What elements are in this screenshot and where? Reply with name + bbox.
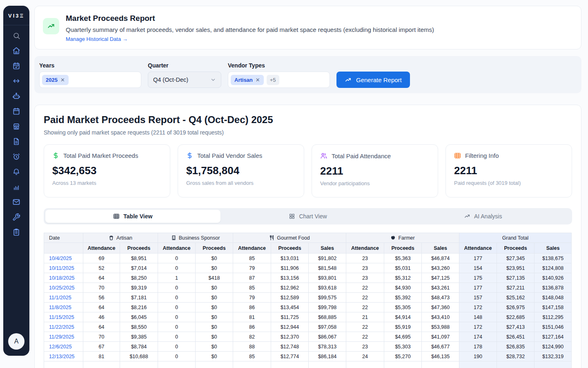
date-link[interactable]: 11/1/2025	[44, 293, 83, 303]
stat-sublabel: Gross sales from all vendors	[186, 180, 296, 186]
sidebar-item-analytics[interactable]	[11, 182, 21, 192]
group-header-business-sponsor: Business Sponsor	[158, 233, 233, 243]
table-cell: $8,784	[120, 342, 158, 352]
sidebar-item-market[interactable]	[11, 121, 21, 131]
stat-card-proceeds: Total Paid Market Proceeds $342,653 Acro…	[44, 144, 170, 197]
table-cell: $124,808	[535, 263, 572, 273]
sidebar-item-schedule[interactable]	[11, 61, 21, 71]
table-cell: $93,801	[309, 273, 346, 283]
date-link[interactable]: 11/22/2025	[44, 322, 83, 332]
generate-report-button[interactable]: Generate Report	[336, 72, 410, 88]
sidebar-item-requests[interactable]	[11, 227, 21, 237]
table-cell: $8,550	[120, 322, 158, 332]
table-cell: $13,156	[271, 273, 309, 283]
stat-card-filtering-info: Filtering Info 2211 Paid requests (of 30…	[445, 144, 572, 197]
table-cell: $12,748	[271, 342, 309, 352]
table-cell: $47,360	[422, 303, 459, 312]
date-link[interactable]: 10/25/2025	[44, 283, 83, 293]
table-cell: 79	[233, 293, 271, 303]
table-row: 10/11/202552$7,0140$079$11,906$81,54823$…	[44, 263, 572, 273]
table-cell: 46	[83, 312, 120, 322]
sidebar-item-notifications[interactable]	[11, 167, 21, 177]
subheader-row: Attendance Proceeds Attendance Proceeds …	[44, 243, 572, 254]
table-cell: 0	[158, 352, 196, 361]
sidebar-item-documents[interactable]	[11, 137, 21, 146]
table-cell: $43,260	[422, 263, 459, 273]
table-cell: 172	[459, 322, 497, 332]
bar-chart-icon	[12, 183, 20, 191]
sidebar-nav	[11, 31, 21, 237]
quarter-select[interactable]: Q4 (Oct-Dec)	[148, 72, 221, 88]
sidebar-item-search[interactable]	[11, 31, 21, 40]
date-link[interactable]	[44, 361, 83, 368]
table-row	[44, 361, 572, 368]
stat-label: Total Paid Vendor Sales	[197, 152, 262, 159]
sidebar-item-mail[interactable]	[11, 197, 21, 207]
table-cell	[346, 361, 384, 368]
table-cell: $27,135	[497, 273, 535, 283]
date-link[interactable]: 10/11/2025	[44, 263, 83, 273]
tab-ai-analysis[interactable]: AI Analysis	[395, 210, 570, 223]
sidebar-item-settings[interactable]	[11, 212, 21, 222]
date-link[interactable]: 11/29/2025	[44, 332, 83, 342]
user-avatar[interactable]: A	[8, 333, 24, 350]
date-link[interactable]: 12/13/2025	[44, 352, 83, 361]
table-cell: $86,067	[309, 332, 346, 342]
trending-up-icon	[464, 213, 470, 220]
tab-table-view[interactable]: Table View	[45, 210, 220, 223]
table-cell: 22	[346, 283, 384, 293]
table-cell: $46,874	[422, 254, 459, 263]
table-cell	[422, 361, 459, 368]
group-header-artisan: Artisan	[83, 233, 158, 243]
table-body: 10/4/202569$8,9510$085$13,031$91,80223$5…	[44, 254, 572, 368]
table-cell: 0	[158, 263, 196, 273]
main-content: Market Proceeds Report Quarterly summary…	[34, 0, 581, 368]
table-cell: $48,473	[422, 293, 459, 303]
table-cell: $0	[196, 293, 233, 303]
table-cell: $8,250	[120, 273, 158, 283]
table-cell: $5,363	[384, 254, 422, 263]
table-cell: $99,575	[309, 293, 346, 303]
table-cell: 56	[83, 293, 120, 303]
table-cell: $26,835	[497, 342, 535, 352]
page-description: Quarterly summary of market proceeds, ve…	[66, 26, 434, 33]
table-cell: $12,962	[271, 283, 309, 293]
report-subtitle: Showing only paid market space requests …	[44, 129, 572, 136]
table-cell: 0	[158, 293, 196, 303]
column-header: Attendance	[346, 243, 384, 254]
remove-vendor-type-icon[interactable]: ✕	[256, 77, 260, 83]
date-link[interactable]: 10/18/2025	[44, 273, 83, 283]
table-cell: 64	[83, 322, 120, 332]
table-cell: $151,046	[535, 322, 572, 332]
sidebar-item-assistant[interactable]	[11, 91, 21, 101]
stat-sublabel: Across 13 markets	[52, 180, 162, 186]
remove-year-icon[interactable]: ✕	[60, 77, 65, 83]
date-link[interactable]: 10/4/2025	[44, 254, 83, 263]
tab-chart-view[interactable]: Chart View	[220, 210, 396, 223]
table-cell: $81,548	[309, 263, 346, 273]
report-title: Paid Market Proceeds Report - Q4 (Oct-De…	[44, 114, 572, 126]
years-input[interactable]: 2025 ✕	[39, 72, 141, 88]
table-cell: 177	[459, 283, 497, 293]
table-cell: $5,305	[384, 303, 422, 312]
table-cell: $418	[196, 273, 233, 283]
trending-up-icon	[47, 22, 55, 30]
date-link[interactable]: 12/6/2025	[44, 342, 83, 352]
manage-historical-data-link[interactable]: Manage Historical Data →	[66, 36, 128, 42]
table-cell: $5,031	[384, 263, 422, 273]
sidebar-item-reminders[interactable]	[11, 152, 21, 162]
vendor-types-input[interactable]: Artisan ✕ +5	[228, 72, 330, 88]
sidebar-item-resize[interactable]	[11, 76, 21, 86]
years-field: Years 2025 ✕	[39, 62, 141, 88]
empty-header-cell	[44, 243, 83, 254]
date-link[interactable]: 11/8/2025	[44, 303, 83, 312]
table-cell: $28,732	[497, 352, 535, 361]
date-link[interactable]: 11/15/2025	[44, 312, 83, 322]
table-cell: $43,261	[422, 283, 459, 293]
table-cell: 85	[233, 352, 271, 361]
sidebar-item-home[interactable]	[11, 46, 21, 56]
sidebar-item-calendar[interactable]	[11, 106, 21, 116]
table-cell: 23	[346, 254, 384, 263]
table-cell: $99,798	[309, 303, 346, 312]
more-vendor-types-badge[interactable]: +5	[267, 75, 279, 85]
